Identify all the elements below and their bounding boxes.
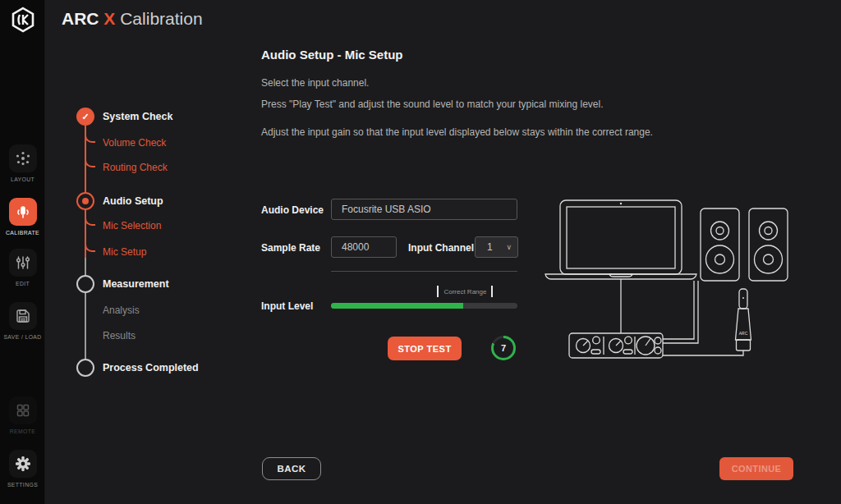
step-marker-system-check: ✓	[76, 108, 94, 126]
countdown-value: 7	[501, 343, 506, 353]
step-results: Results	[103, 330, 136, 341]
audio-device-value: Focusrite USB ASIO	[342, 204, 431, 215]
laptop-illustration	[545, 200, 696, 279]
check-icon: ✓	[81, 112, 89, 122]
title-product: Calibration	[120, 9, 202, 28]
cable-interface-speaker-2	[663, 281, 698, 343]
save-load-icon	[9, 302, 37, 330]
chevron-down-icon: ∨	[506, 243, 512, 251]
title-model: X	[103, 9, 115, 28]
sample-rate-field[interactable]: 48000	[331, 236, 397, 258]
app-window: LAYOUT CALIBRATE EDIT	[0, 0, 841, 504]
sidebar-item-settings[interactable]: SETTINGS	[0, 450, 45, 488]
sidebar-label-remote: REMOTE	[10, 428, 35, 434]
title-brand: ARC	[62, 9, 99, 28]
step-mic-setup: Mic Setup	[103, 246, 146, 258]
step-system-check: System Check	[103, 111, 172, 122]
sidebar-item-layout[interactable]: LAYOUT	[0, 144, 45, 182]
step-routing-check: Routing Check	[103, 162, 168, 173]
layout-icon	[9, 144, 37, 172]
instruction-2: Press "Play Test" and adjust the sound l…	[261, 99, 604, 110]
sidebar-item-save-load[interactable]: SAVE / LOAD	[0, 302, 45, 340]
step-audio-setup: Audio Setup	[103, 195, 163, 207]
input-channel-label: Input Channel	[408, 242, 474, 254]
sidebar-item-calibrate[interactable]: CALIBRATE	[0, 198, 45, 236]
speaker-right-illustration	[749, 208, 788, 281]
input-channel-value: 1	[487, 241, 493, 253]
audio-device-label: Audio Device	[261, 204, 324, 216]
audio-device-field[interactable]: Focusrite USB ASIO	[331, 199, 517, 220]
sidebar-label-settings: SETTINGS	[7, 482, 38, 488]
page-title: Audio Setup - Mic Setup	[261, 48, 403, 62]
ik-multimedia-logo	[0, 7, 45, 36]
sidebar-label-calibrate: CALIBRATE	[6, 230, 39, 236]
sample-rate-label: Sample Rate	[261, 242, 320, 254]
stop-test-button[interactable]: STOP TEST	[388, 337, 462, 360]
calibrate-icon	[9, 198, 37, 226]
back-button[interactable]: BACK	[262, 457, 321, 480]
app-title: ARC X Calibration	[62, 9, 203, 29]
speaker-left-illustration	[701, 208, 739, 281]
correct-range-band: Correct Range	[437, 286, 493, 297]
step-mic-selection: Mic Selection	[103, 220, 161, 231]
sidebar-label-layout: LAYOUT	[11, 176, 34, 182]
step-marker-audio-setup	[76, 192, 94, 210]
remote-icon	[9, 396, 37, 424]
mic-brand-label: ARC	[739, 331, 748, 336]
step-process-completed: Process Completed	[103, 362, 199, 373]
step-marker-process-completed	[76, 359, 94, 377]
input-channel-dropdown[interactable]: 1 ∨	[475, 236, 518, 258]
input-level-label: Input Level	[261, 300, 313, 312]
sidebar-label-save-load: SAVE / LOAD	[3, 334, 41, 340]
cable-mic-interface	[663, 351, 743, 355]
step-analysis: Analysis	[103, 305, 140, 316]
sidebar-label-edit: EDIT	[16, 281, 30, 286]
audio-interface-illustration	[569, 333, 663, 358]
input-level-meter	[331, 303, 517, 309]
sidebar-item-remote[interactable]: REMOTE	[0, 396, 45, 434]
countdown-ring: 7	[491, 336, 516, 360]
sample-rate-value: 48000	[342, 241, 369, 253]
cable-interface-speaker-1	[663, 281, 694, 339]
edit-icon	[9, 249, 37, 277]
instruction-3: Adjust the input gain so that the input …	[261, 126, 653, 138]
sidebar: LAYOUT CALIBRATE EDIT	[0, 0, 45, 504]
calibration-stepper: ✓ System Check Volume Check Routing Chec…	[74, 105, 263, 388]
input-level-fill	[331, 303, 463, 309]
sidebar-item-edit[interactable]: EDIT	[0, 249, 45, 286]
settings-icon	[9, 450, 37, 478]
section-divider	[331, 271, 517, 272]
correct-range-label: Correct Range	[443, 288, 486, 296]
step-measurement: Measurement	[103, 278, 169, 290]
instruction-1: Select the input channel.	[261, 77, 369, 89]
microphone-illustration: ARC	[736, 289, 751, 351]
setup-illustration: ARC	[542, 189, 841, 373]
continue-button[interactable]: CONTINUE	[719, 457, 793, 480]
step-volume-check: Volume Check	[103, 137, 166, 149]
step-marker-measurement	[76, 275, 94, 293]
